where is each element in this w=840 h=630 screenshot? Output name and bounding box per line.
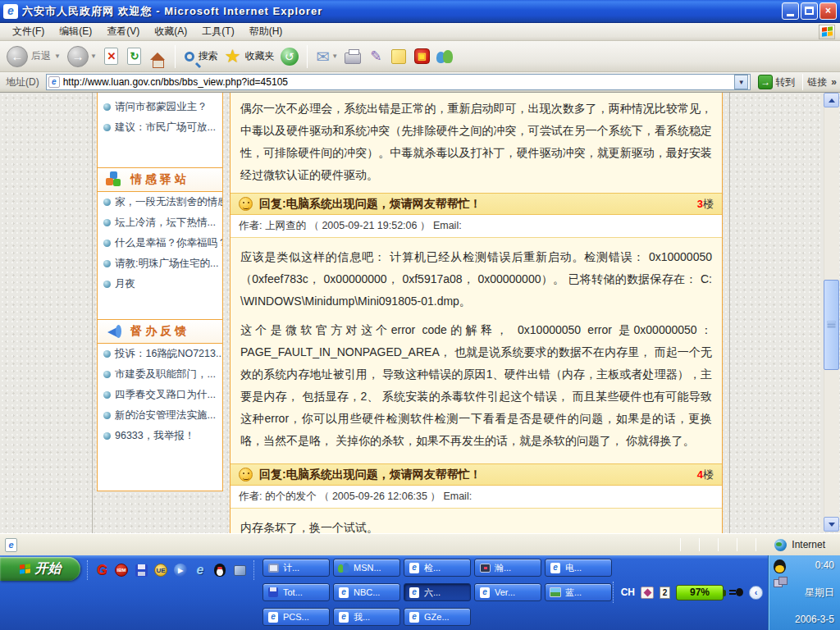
show-desktop-icon[interactable] bbox=[232, 563, 247, 578]
vertical-scrollbar[interactable] bbox=[824, 93, 839, 532]
page-icon: e bbox=[48, 76, 60, 88]
print-button[interactable] bbox=[343, 47, 363, 66]
home-button[interactable] bbox=[148, 47, 167, 66]
bullet-icon bbox=[103, 391, 111, 399]
red-badge-icon[interactable]: IBM bbox=[114, 563, 129, 578]
ie-page-icon: e bbox=[479, 587, 491, 598]
taskbar-button[interactable]: e检... bbox=[404, 559, 471, 577]
mail-button[interactable]: ✉ ▼ bbox=[315, 47, 340, 66]
menu-edit[interactable]: 编辑(E) bbox=[52, 23, 99, 40]
address-label: 地址(D) bbox=[3, 75, 42, 89]
flashget-icon[interactable]: G bbox=[94, 563, 109, 578]
status-separator bbox=[756, 538, 756, 551]
battery-indicator[interactable]: 97% bbox=[676, 585, 724, 600]
sidebar-link[interactable]: 坛上冷清，坛下热情... bbox=[98, 212, 222, 233]
address-input[interactable]: e http://www.luan.gov.cn/bbs/bbs_view.ph… bbox=[46, 74, 751, 90]
taskbar-button[interactable]: MSN... bbox=[333, 559, 400, 577]
start-button[interactable]: 开始 bbox=[0, 557, 80, 581]
messenger-people-icon bbox=[436, 48, 454, 65]
bullet-icon bbox=[103, 432, 111, 440]
refresh-icon: ↻ bbox=[127, 48, 141, 65]
menu-favorites[interactable]: 收藏(A) bbox=[147, 23, 194, 40]
scroll-down-button[interactable] bbox=[824, 517, 839, 532]
ie-page-icon: e bbox=[409, 612, 420, 623]
address-url[interactable]: http://www.luan.gov.cn/bbs/bbs_view.php?… bbox=[63, 76, 735, 88]
sidebar-link[interactable]: 四季春交叉路口为什... bbox=[98, 385, 222, 405]
taskbar-button[interactable]: 计... bbox=[262, 559, 330, 577]
qq-tray-icon[interactable] bbox=[774, 559, 786, 573]
clock[interactable]: 0:40 星期日 2006-3-5 bbox=[786, 558, 836, 628]
history-button[interactable]: ↺ bbox=[280, 47, 299, 66]
sidebar-link[interactable]: 建议：市民广场可放... bbox=[98, 117, 222, 138]
taskbar-button[interactable]: eVer... bbox=[474, 583, 541, 601]
qq-icon[interactable] bbox=[212, 563, 227, 578]
sidebar-link[interactable]: 什么是幸福？你幸福吗？ bbox=[98, 233, 222, 253]
taskbar-button-active[interactable]: e六... bbox=[404, 583, 471, 601]
links-label[interactable]: 链接 bbox=[807, 75, 827, 89]
sidebar-link[interactable]: 市建委及职能部门，... bbox=[98, 364, 222, 385]
globe-icon bbox=[774, 539, 787, 551]
search-button[interactable]: 搜索 bbox=[183, 49, 220, 63]
search-icon bbox=[185, 52, 194, 62]
media-player-icon[interactable]: ▶ bbox=[173, 563, 188, 578]
taskbar-button[interactable]: ePCS... bbox=[262, 608, 330, 626]
back-dropdown-icon[interactable]: ▼ bbox=[54, 52, 61, 60]
taskbar-button[interactable]: e电... bbox=[545, 559, 612, 577]
close-button[interactable]: × bbox=[819, 2, 837, 20]
address-dropdown-icon[interactable]: ▼ bbox=[734, 75, 748, 89]
stop-button[interactable]: ✕ bbox=[102, 47, 121, 66]
forward-dropdown-icon[interactable]: ▼ bbox=[90, 52, 97, 60]
ime-palette-icon[interactable] bbox=[641, 587, 654, 599]
taskbar-button[interactable]: 瀚... bbox=[474, 559, 541, 577]
minimize-button[interactable] bbox=[782, 2, 799, 20]
windows-logo-icon bbox=[819, 25, 835, 39]
maximize-button[interactable] bbox=[801, 2, 818, 20]
ie-page-icon: e bbox=[550, 563, 561, 573]
taskbar-button[interactable]: eGZe... bbox=[404, 608, 471, 626]
sidebar-link[interactable]: 月夜 bbox=[98, 274, 222, 294]
mail-dropdown-icon[interactable]: ▼ bbox=[331, 52, 338, 60]
refresh-button[interactable]: ↻ bbox=[125, 47, 144, 66]
links-chevron-icon[interactable]: » bbox=[831, 76, 837, 88]
sidebar-link[interactable]: 请教:明珠广场住宅的... bbox=[98, 253, 222, 274]
bullet-icon bbox=[103, 124, 111, 131]
network-tray-icon[interactable] bbox=[774, 577, 786, 587]
menu-file[interactable]: 文件(F) bbox=[5, 23, 52, 40]
ultraedit-icon[interactable]: UE bbox=[153, 563, 168, 578]
red-badge-icon: ▣ bbox=[414, 48, 430, 64]
sidebar-link[interactable]: 新的治安管理法实施... bbox=[98, 405, 222, 426]
favorites-button[interactable]: ★ 收藏夹 bbox=[223, 48, 276, 66]
tray-collapse-icon[interactable]: ‹ bbox=[749, 586, 763, 600]
window-controls: × bbox=[782, 2, 837, 20]
notes-button[interactable] bbox=[389, 47, 409, 66]
address-bar: 地址(D) e http://www.luan.gov.cn/bbs/bbs_v… bbox=[0, 72, 840, 93]
scroll-up-button[interactable] bbox=[824, 93, 839, 107]
back-button[interactable]: ← 后退 ▼ bbox=[5, 46, 62, 67]
internet-explorer-icon[interactable]: e bbox=[193, 563, 208, 578]
sidebar-link[interactable]: 请问市都蒙园业主？ bbox=[98, 97, 222, 117]
sidebar-link[interactable]: 投诉：16路皖NO7213... bbox=[98, 344, 222, 364]
edit-button[interactable]: ✎ bbox=[366, 47, 386, 66]
menu-tools[interactable]: 工具(T) bbox=[194, 23, 241, 40]
assistant-button[interactable]: ▣ bbox=[412, 47, 431, 66]
taskbar-button[interactable]: 蓝... bbox=[545, 583, 612, 601]
taskbar-button[interactable]: Tot... bbox=[262, 583, 330, 601]
go-button[interactable]: → 转到 bbox=[755, 75, 798, 89]
power-plug-icon[interactable] bbox=[729, 587, 743, 598]
menu-help[interactable]: 帮助(H) bbox=[242, 23, 290, 40]
total-commander-icon[interactable] bbox=[134, 563, 148, 578]
taskbar-button[interactable]: e我... bbox=[333, 608, 400, 626]
sidebar-link[interactable]: 96333，我举报！ bbox=[98, 426, 222, 446]
forward-button[interactable]: → ▼ bbox=[66, 46, 98, 67]
messenger-button[interactable] bbox=[435, 47, 454, 66]
star-icon: ★ bbox=[225, 48, 241, 66]
scrollbar-thumb[interactable] bbox=[824, 280, 839, 370]
reply-title: 回复:电脑系统出现问题，烦请网友帮帮忙！ bbox=[259, 197, 697, 212]
input-language-indicator[interactable]: CH bbox=[621, 587, 635, 598]
sidebar-link[interactable]: 家，一段无法割舍的情感 bbox=[98, 192, 222, 212]
task-buttons: 计... MSN... e检... 瀚... e电... Tot... eNBC… bbox=[262, 559, 612, 626]
clock-date: 2006-3-5 bbox=[795, 614, 834, 625]
taskbar-button[interactable]: eNBC... bbox=[333, 583, 400, 601]
menu-view[interactable]: 查看(V) bbox=[99, 23, 147, 40]
soft-keyboard-icon[interactable]: 2 bbox=[660, 587, 670, 599]
